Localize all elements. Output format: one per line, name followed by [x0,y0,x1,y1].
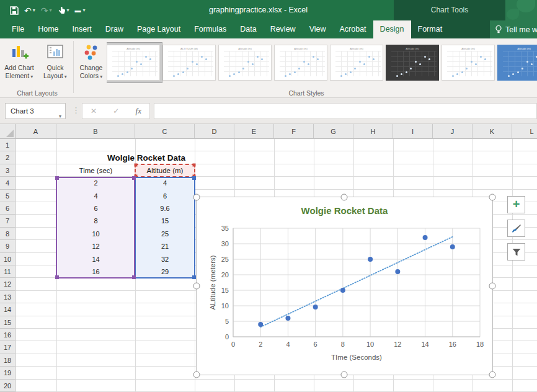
data-point[interactable] [285,316,290,321]
row-header-12[interactable]: 12 [0,278,16,290]
row-header-3[interactable]: 3 [0,164,16,177]
x-axis-title[interactable]: TIme (Seconds) [331,354,382,361]
chart-plot-area[interactable]: 05101520253035024681012141618TIme (Secon… [197,197,492,375]
chart-style-thumbnail-6[interactable]: Altitude (m) [386,45,439,81]
trendline[interactable] [260,237,453,327]
formula-input[interactable] [154,103,537,119]
chart-resize-handle[interactable] [489,194,496,201]
tab-format[interactable]: Format [411,20,450,38]
chart[interactable]: Wolgie Rocket Data 051015202530350246810… [196,197,493,375]
column-header-g[interactable]: G [314,124,353,139]
enter-button[interactable]: ✓ [113,107,119,115]
chart-style-thumbnail-3[interactable]: Altitude (m) [218,45,272,81]
column-header-c[interactable]: C [135,124,195,139]
altitude-value-cell[interactable]: 29 [136,265,193,278]
tab-view[interactable]: View [303,20,333,38]
column-header-j[interactable]: J [433,124,473,139]
chart-style-thumbnail-7[interactable]: Altitude (m) [442,45,495,81]
chart-resize-handle[interactable] [193,372,200,378]
tab-draw[interactable]: Draw [99,20,130,38]
column-header-k[interactable]: K [473,124,512,139]
time-header-cell[interactable]: Time (sec) [56,164,135,177]
altitude-value-cell[interactable]: 21 [136,240,193,252]
add-chart-element-button[interactable]: Add Chart Element [1,41,37,80]
row-header-14[interactable]: 14 [0,303,16,316]
row-header-13[interactable]: 13 [0,291,16,303]
altitude-header-cell[interactable]: Altitude (m) [135,164,195,177]
tab-insert[interactable]: Insert [66,20,99,38]
row-header-5[interactable]: 5 [0,190,16,202]
altitude-value-cell[interactable]: 6 [136,190,193,202]
time-value-cell[interactable]: 8 [58,215,134,227]
chart-resize-handle[interactable] [489,372,496,378]
tab-page-layout[interactable]: Page Layout [130,20,187,38]
chart-style-thumbnail-4[interactable]: Altitude (m) [274,45,327,81]
time-value-cell[interactable]: 10 [58,228,134,240]
row-header-15[interactable]: 15 [0,316,16,329]
row-header-9[interactable]: 9 [0,240,16,252]
time-value-cell[interactable]: 6 [58,202,134,215]
data-point[interactable] [450,244,455,249]
time-value-cell[interactable]: 12 [58,240,134,252]
row-header-11[interactable]: 11 [0,265,16,278]
table-title-cell[interactable]: Wolgie Rocket Data [81,152,212,164]
chart-style-thumbnail-2[interactable]: ALTITUDE (M) [162,45,216,81]
redo-button[interactable]: ↷▾ [41,6,52,15]
tab-data[interactable]: Data [233,20,263,38]
chart-style-thumbnail-8[interactable]: Altitude (m) [497,45,537,81]
data-point[interactable] [395,269,400,274]
time-value-cell[interactable]: 14 [58,253,134,265]
tab-design[interactable]: Design [373,20,411,38]
data-point[interactable] [368,257,373,262]
chart-resize-handle[interactable] [341,194,348,201]
data-point[interactable] [340,288,345,293]
name-box[interactable]: Chart 3▾ [5,103,66,119]
column-header-a[interactable]: A [16,124,56,139]
chart-resize-handle[interactable] [193,194,200,201]
row-header-1[interactable]: 1 [0,139,16,151]
tell-me-box[interactable]: Tell me w [495,20,537,38]
select-all-corner[interactable] [0,124,16,139]
cancel-button[interactable]: ✕ [91,107,97,115]
chart-resize-handle[interactable] [341,372,348,378]
column-header-b[interactable]: B [56,124,135,139]
row-header-19[interactable]: 19 [0,367,16,379]
altitude-value-cell[interactable]: 25 [136,228,193,240]
row-header-16[interactable]: 16 [0,329,16,341]
chart-styles-button[interactable] [507,220,525,237]
tab-review[interactable]: Review [264,20,303,38]
chart-style-thumbnail-5[interactable]: Altitude (m) [330,45,383,81]
insert-function-button[interactable]: fx [136,106,141,116]
altitude-value-cell[interactable]: 4 [136,177,193,189]
column-header-h[interactable]: H [353,124,393,139]
customize-quick-access-toolbar-button[interactable]: ▬▾ [75,7,86,14]
y-axis-title[interactable]: ALtitude (meters) [209,255,216,310]
data-point[interactable] [423,235,428,240]
row-header-6[interactable]: 6 [0,202,16,215]
chart-resize-handle[interactable] [193,283,200,290]
altitude-value-cell[interactable]: 9.6 [136,202,193,215]
column-header-i[interactable]: I [393,124,433,139]
chart-filters-button[interactable] [507,243,525,261]
tab-home[interactable]: Home [31,20,65,38]
row-header-7[interactable]: 7 [0,215,16,227]
time-value-cell[interactable]: 16 [58,265,134,278]
altitude-value-cell[interactable]: 15 [136,215,193,227]
change-colors-button[interactable]: Change Colors [76,41,107,80]
chart-elements-button[interactable]: + [507,196,525,213]
chart-style-thumbnail-1[interactable]: Altitude (m) [107,45,160,81]
time-value-cell[interactable]: 2 [58,177,134,189]
time-value-cell[interactable]: 4 [58,190,134,202]
tab-formulas[interactable]: Formulas [187,20,233,38]
quick-layout-button[interactable]: Quick Layout [38,41,72,80]
row-header-18[interactable]: 18 [0,354,16,367]
chart-resize-handle[interactable] [489,283,496,290]
row-header-4[interactable]: 4 [0,177,16,189]
altitude-value-cell[interactable]: 32 [136,253,193,265]
column-header-l[interactable]: L [512,124,537,139]
row-header-2[interactable]: 2 [0,151,16,164]
row-header-17[interactable]: 17 [0,341,16,354]
column-header-f[interactable]: F [274,124,314,139]
save-button[interactable] [10,6,19,15]
row-header-8[interactable]: 8 [0,228,16,240]
